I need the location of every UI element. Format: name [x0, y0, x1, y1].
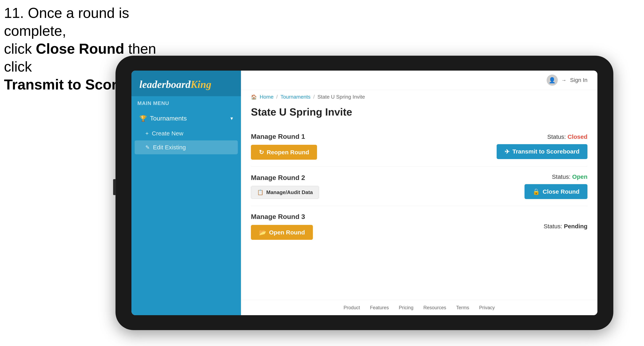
footer-link-resources[interactable]: Resources	[423, 305, 446, 310]
round-3-title: Manage Round 3	[251, 213, 313, 220]
sidebar: leaderboardKing MAIN MENU 🏆 Tournaments …	[132, 71, 241, 315]
logo-king: King	[190, 79, 211, 90]
sidebar-item-tournaments[interactable]: 🏆 Tournaments ▾	[132, 110, 241, 127]
main-content: 👤 → Sign In 🏠 Home / Tournaments / State…	[241, 71, 598, 315]
home-icon: 🏠	[251, 94, 257, 100]
footer-link-terms[interactable]: Terms	[456, 305, 469, 310]
top-bar: 👤 → Sign In	[241, 71, 598, 90]
round-3-status-label: Status:	[544, 223, 562, 229]
round-2-section: Manage Round 2 📋 Manage/Audit Data Statu…	[251, 167, 588, 206]
round-3-section: Manage Round 3 📂 Open Round Status: Pend…	[251, 206, 588, 247]
tablet-bezel: leaderboardKing MAIN MENU 🏆 Tournaments …	[116, 56, 613, 330]
tournaments-nav-left: 🏆 Tournaments	[140, 115, 187, 122]
round-3-right: Status: Pending	[544, 223, 588, 230]
open-round-label: Open Round	[269, 229, 305, 236]
round-2-status-label: Status:	[552, 173, 570, 180]
manage-audit-button[interactable]: 📋 Manage/Audit Data	[251, 186, 319, 199]
reopen-round-button[interactable]: ↻ Reopen Round	[251, 145, 317, 160]
transmit-scoreboard-label: Transmit to Scoreboard	[512, 148, 580, 155]
tablet-screen: leaderboardKing MAIN MENU 🏆 Tournaments …	[132, 71, 598, 315]
tournaments-nav-label: Tournaments	[150, 115, 187, 122]
sidebar-item-create-new[interactable]: + Create New	[132, 127, 241, 140]
avatar: 👤	[546, 75, 558, 86]
chevron-down-icon: ▾	[230, 115, 233, 122]
round-2-status-value: Open	[572, 173, 588, 180]
user-icon: 👤	[548, 77, 556, 84]
refresh-icon: ↻	[259, 149, 264, 156]
transmit-scoreboard-button[interactable]: ✈ Transmit to Scoreboard	[497, 144, 588, 159]
footer-link-privacy[interactable]: Privacy	[479, 305, 495, 310]
round-1-title: Manage Round 1	[251, 133, 317, 140]
page-content: State U Spring Invite Manage Round 1 ↻ R…	[241, 102, 598, 300]
round-3-left: Manage Round 3 📂 Open Round	[251, 213, 313, 240]
folder-open-icon: 📂	[259, 229, 266, 236]
close-round-button[interactable]: 🔒 Close Round	[524, 184, 588, 199]
round-1-section: Manage Round 1 ↻ Reopen Round Status: Cl…	[251, 126, 588, 167]
breadcrumb-tournaments[interactable]: Tournaments	[280, 94, 310, 100]
manage-audit-label: Manage/Audit Data	[266, 189, 313, 195]
round-3-status: Status: Pending	[544, 223, 588, 230]
app-layout: leaderboardKing MAIN MENU 🏆 Tournaments …	[132, 71, 598, 315]
open-round-button[interactable]: 📂 Open Round	[251, 225, 313, 240]
edit-icon: ✎	[145, 144, 150, 151]
breadcrumb: 🏠 Home / Tournaments / State U Spring In…	[241, 90, 598, 102]
sidebar-logo: leaderboardKing	[132, 71, 241, 96]
instruction-line2: click	[4, 41, 36, 57]
sign-in-arrow-icon: →	[561, 77, 566, 83]
plus-icon: +	[145, 130, 148, 137]
logo: leaderboardKing	[140, 79, 233, 90]
create-new-label: Create New	[152, 130, 183, 137]
sign-in-label: Sign In	[570, 77, 588, 83]
edit-existing-label: Edit Existing	[153, 144, 186, 151]
round-1-status-label: Status:	[547, 133, 566, 140]
round-1-status: Status: Closed	[547, 133, 588, 140]
footer: Product Features Pricing Resources Terms…	[241, 300, 598, 315]
round-1-status-value: Closed	[568, 133, 588, 140]
instruction-line1: 11. Once a round is complete,	[4, 5, 129, 39]
breadcrumb-sep-1: /	[276, 94, 278, 100]
tablet-side-button	[113, 179, 116, 195]
logo-leaderboard: leaderboardKing	[140, 79, 211, 90]
footer-link-product[interactable]: Product	[344, 305, 360, 310]
round-2-status: Status: Open	[552, 173, 588, 180]
round-1-left: Manage Round 1 ↻ Reopen Round	[251, 133, 317, 160]
sidebar-item-edit-existing[interactable]: ✎ Edit Existing	[134, 140, 238, 154]
trophy-icon: 🏆	[140, 115, 147, 122]
breadcrumb-current: State U Spring Invite	[318, 94, 365, 100]
sidebar-nav: 🏆 Tournaments ▾ + Create New ✎ Edit Exis…	[132, 108, 241, 315]
breadcrumb-sep-2: /	[313, 94, 315, 100]
lock-icon: 🔒	[532, 188, 540, 195]
round-2-right: Status: Open 🔒 Close Round	[524, 173, 588, 199]
send-icon: ✈	[504, 148, 510, 155]
sign-in-area[interactable]: 👤 → Sign In	[546, 75, 588, 86]
round-3-status-value: Pending	[564, 223, 588, 229]
reopen-round-label: Reopen Round	[267, 149, 309, 156]
footer-link-features[interactable]: Features	[370, 305, 389, 310]
main-menu-label: MAIN MENU	[132, 96, 241, 108]
breadcrumb-home[interactable]: Home	[260, 94, 274, 100]
round-2-left: Manage Round 2 📋 Manage/Audit Data	[251, 174, 319, 199]
close-round-label: Close Round	[543, 188, 580, 195]
round-2-title: Manage Round 2	[251, 174, 319, 181]
page-title: State U Spring Invite	[251, 106, 588, 118]
clipboard-icon: 📋	[257, 189, 264, 195]
round-1-right: Status: Closed ✈ Transmit to Scoreboard	[497, 133, 588, 159]
instruction-bold1: Close Round	[36, 41, 124, 57]
footer-link-pricing[interactable]: Pricing	[399, 305, 414, 310]
